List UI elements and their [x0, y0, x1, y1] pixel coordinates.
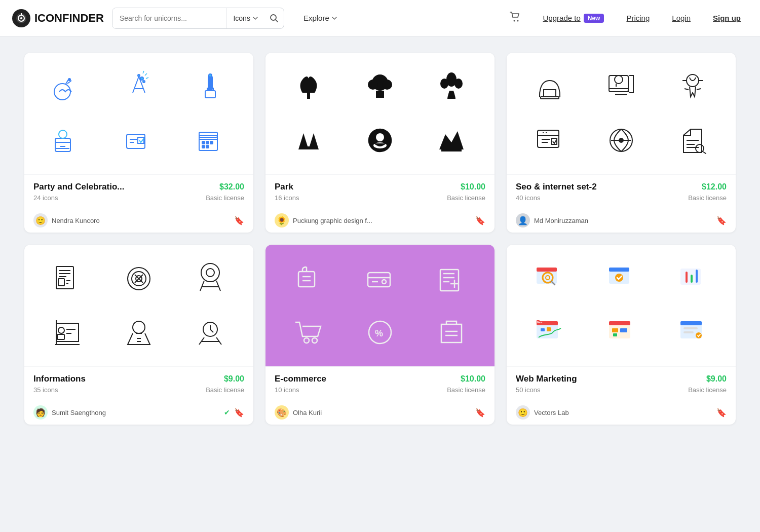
svg-rect-89 — [620, 328, 627, 332]
search-bar: Icons — [112, 8, 284, 29]
svg-text:New: New — [537, 321, 542, 324]
bookmark-icon-informations[interactable]: 🔖 — [234, 408, 244, 417]
card-footer-informations: 🧑 Sumit Saengthong ✔ 🔖 — [24, 400, 253, 425]
search-input[interactable] — [112, 8, 227, 28]
card-count-seo: 40 icons — [516, 194, 540, 202]
card-preview-seo — [507, 53, 736, 174]
svg-text:%: % — [375, 328, 383, 338]
verified-badge-informations: ✔ — [224, 408, 230, 416]
main-content: Party and Celebratio... $32.00 24 icons … — [0, 36, 760, 441]
svg-point-11 — [143, 81, 145, 83]
svg-point-54 — [58, 327, 64, 333]
card-count-party: 24 icons — [33, 194, 58, 202]
wm-icon-5 — [601, 312, 641, 353]
svg-rect-39 — [541, 97, 559, 99]
new-badge: New — [584, 14, 604, 23]
party-icon-6 — [190, 120, 231, 161]
card-webmarketing: New — [507, 245, 736, 425]
svg-point-6 — [513, 20, 515, 21]
logo[interactable]: ICONFINDER — [12, 9, 104, 27]
party-icon-2 — [119, 66, 159, 107]
ecom-icon-2 — [360, 258, 400, 299]
card-license-ecommerce: Basic license — [447, 386, 485, 394]
header: ICONFINDER Icons Explore Upgrade to New … — [0, 0, 760, 36]
svg-point-7 — [517, 20, 518, 21]
login-link[interactable]: Login — [665, 10, 698, 26]
park-icon-5 — [360, 120, 400, 161]
party-icon-3 — [190, 66, 231, 107]
card-license-seo: Basic license — [688, 194, 727, 202]
wm-icon-4: New — [529, 312, 570, 353]
svg-rect-55 — [57, 334, 64, 339]
svg-rect-25 — [202, 145, 205, 148]
wm-icon-6 — [672, 312, 713, 353]
svg-rect-93 — [683, 327, 698, 329]
svg-rect-58 — [298, 272, 315, 287]
upgrade-button[interactable]: Upgrade to New — [536, 10, 612, 27]
svg-rect-48 — [58, 279, 64, 286]
search-button[interactable] — [264, 14, 284, 23]
park-icon-2 — [360, 66, 400, 107]
card-park: Park $10.00 16 icons Basic license 🌻 Puc… — [265, 53, 495, 233]
svg-point-30 — [382, 80, 392, 90]
nav-explore[interactable]: Explore — [296, 10, 345, 26]
card-ecommerce: % E-commerce $10.00 10 icons — [265, 245, 495, 425]
card-price-webmarketing: $9.00 — [706, 374, 727, 384]
park-icon-1 — [288, 66, 329, 107]
svg-point-75 — [615, 274, 623, 282]
chevron-down-icon — [252, 15, 258, 21]
ecom-icon-6 — [431, 312, 472, 353]
svg-point-17 — [59, 130, 67, 138]
author-name-webmarketing: Vectors Lab — [534, 409, 712, 416]
svg-point-41 — [615, 75, 623, 84]
svg-point-2 — [20, 17, 22, 19]
bookmark-icon-webmarketing[interactable]: 🔖 — [716, 408, 727, 417]
svg-rect-92 — [680, 321, 702, 325]
card-preview-party — [24, 53, 253, 174]
pricing-link[interactable]: Pricing — [619, 10, 657, 26]
svg-rect-94 — [683, 331, 694, 333]
card-footer-party: 🙂 Nendra Kuncoro 🔖 — [24, 208, 253, 233]
logo-icon — [12, 9, 30, 27]
svg-rect-13 — [208, 75, 212, 91]
card-title-informations: Informations — [33, 374, 86, 384]
chevron-down-icon — [331, 15, 337, 21]
info-icon-3 — [190, 258, 231, 299]
bookmark-icon-seo[interactable]: 🔖 — [716, 216, 727, 225]
ecom-icon-1 — [288, 258, 329, 299]
svg-point-10 — [140, 77, 143, 80]
svg-point-33 — [440, 79, 448, 89]
avatar-seo: 👤 — [516, 213, 530, 227]
shopping-cart-icon — [510, 12, 521, 23]
seo-icon-1 — [529, 66, 570, 107]
main-nav: Explore — [296, 10, 345, 26]
card-title-park: Park — [275, 182, 293, 192]
svg-rect-88 — [612, 328, 618, 332]
bookmark-icon-party[interactable]: 🔖 — [234, 216, 244, 225]
card-count-informations: 35 icons — [33, 386, 58, 394]
bookmark-icon-ecommerce[interactable]: 🔖 — [475, 408, 485, 417]
card-price-informations: $9.00 — [224, 374, 244, 384]
ecom-icon-3 — [431, 258, 472, 299]
avatar-informations: 🧑 — [33, 405, 48, 420]
svg-rect-83 — [547, 327, 551, 331]
svg-rect-61 — [440, 270, 459, 291]
info-icon-2 — [119, 258, 159, 299]
search-type-dropdown[interactable]: Icons — [226, 8, 264, 28]
card-count-ecommerce: 10 icons — [275, 386, 299, 394]
card-seo: Seo & internet set-2 $12.00 40 icons Bas… — [507, 53, 736, 233]
cart-button[interactable] — [503, 8, 528, 29]
wm-icon-2 — [601, 258, 641, 299]
info-icon-1 — [47, 258, 88, 299]
bookmark-icon-park[interactable]: 🔖 — [475, 216, 485, 225]
card-license-informations: Basic license — [206, 386, 244, 394]
signup-link[interactable]: Sign up — [706, 10, 748, 26]
card-preview-ecommerce: % — [265, 245, 495, 366]
card-price-seo: $12.00 — [702, 182, 727, 192]
card-count-webmarketing: 50 icons — [516, 386, 540, 394]
svg-rect-24 — [210, 141, 213, 144]
card-footer-park: 🌻 Puckung graphic design f... 🔖 — [265, 208, 495, 233]
svg-rect-35 — [303, 146, 314, 149]
svg-rect-69 — [537, 268, 557, 272]
park-icon-3 — [431, 66, 472, 107]
